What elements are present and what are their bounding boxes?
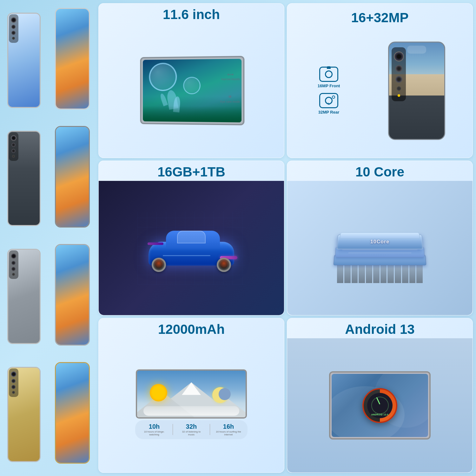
android-logo: ANDROID 13.0 <box>362 388 397 423</box>
stat-value-surf: 16h <box>216 423 241 430</box>
phone-front-silver <box>55 244 90 346</box>
left-column-variants <box>0 0 97 476</box>
camera-cluster-dark <box>9 132 18 161</box>
lens-2 <box>11 25 16 29</box>
lens-1 <box>11 17 17 23</box>
display-title: 11.6 inch <box>160 3 223 23</box>
stat-value-music: 32h <box>179 423 204 430</box>
lens-2 <box>11 143 16 147</box>
lens-4 <box>12 273 15 276</box>
cell-battery: 12000mAh <box>98 318 284 473</box>
processor-title: 10 Core <box>352 161 407 181</box>
lens-1 <box>11 253 17 259</box>
android-tablet-mockup: ANDROID 13.0 <box>329 371 431 440</box>
storage-title: 16GB+1TB <box>154 161 228 181</box>
android-title: Android 13 <box>342 318 418 338</box>
display-image-area: ⟺ Narrow bezels 👁 Eye care mode <box>99 23 284 158</box>
chip-label: 10Core <box>370 239 390 244</box>
battery-image-area: 10h 10 hours of binge-watching 32h 32 of… <box>99 338 284 473</box>
phone-variant-blue[interactable] <box>4 8 93 114</box>
front-camera-label: 16MP Front <box>318 83 340 88</box>
stat-label-watch: 10 hours of binge-watching <box>142 430 167 436</box>
lens-3 <box>11 149 16 153</box>
camera-title: 16+32MP <box>348 7 412 27</box>
phone-variant-dark[interactable] <box>4 126 93 232</box>
phone-variant-silver[interactable] <box>4 244 93 350</box>
cell-display: 11.6 inch <box>98 3 284 158</box>
lens-2 <box>11 379 16 383</box>
cell-storage: 16GB+1TB <box>98 161 284 315</box>
lens-1 <box>11 371 17 377</box>
lens-4 <box>12 155 15 158</box>
rear-camera-label: 32MP Rear <box>318 110 339 115</box>
camera-phone-mockup <box>388 42 445 140</box>
battery-title: 12000mAh <box>155 318 228 338</box>
lens-3 <box>11 385 16 389</box>
eye-care-label: Eye care mode <box>220 100 240 103</box>
phone-front-dark <box>55 126 90 228</box>
stat-value-watch: 10h <box>142 423 167 430</box>
phone-variant-gold[interactable] <box>4 362 93 468</box>
lens-2 <box>11 261 16 265</box>
phone-front-blue <box>55 8 90 109</box>
lens-1 <box>11 135 17 141</box>
phone-front-gold <box>55 362 90 464</box>
android-version-badge: ANDROID 13.0 <box>371 413 388 416</box>
android-image-area: ANDROID 13.0 <box>287 338 473 473</box>
storage-image-area <box>99 181 284 315</box>
stat-label-music: 32 of listening to music <box>179 430 204 436</box>
processor-image-area: 10Core <box>287 181 473 315</box>
stat-label-surf: 16 hours of surfing the internet <box>216 430 241 436</box>
lens-4 <box>12 37 15 40</box>
narrow-bezels-label: Narrow bezels <box>221 77 240 81</box>
front-camera-icon <box>319 67 338 82</box>
feature-grid: 11.6 inch <box>97 0 476 476</box>
cell-android: Android 13 <box>287 318 473 473</box>
camera-cluster-gold <box>9 368 18 397</box>
cell-camera: 16+32MP 16MP Front <box>287 3 473 158</box>
camera-cluster-silver <box>9 250 18 279</box>
lens-3 <box>11 31 16 35</box>
lens-4 <box>12 391 15 394</box>
lens-3 <box>11 267 16 271</box>
cell-processor: 10 Core <box>287 161 473 315</box>
camera-cluster-blue <box>9 14 18 43</box>
rear-camera-icon: ↻ <box>319 93 338 108</box>
